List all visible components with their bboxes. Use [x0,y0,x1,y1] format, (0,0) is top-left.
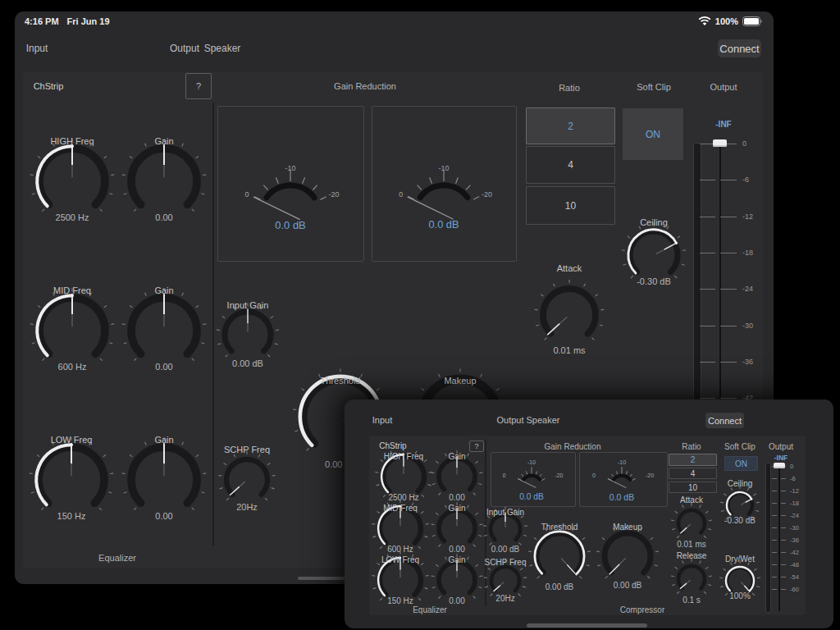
ratio-option-4[interactable]: 4 [669,468,717,479]
battery-percent: 100% [715,16,738,26]
ratio-option-10[interactable]: 10 [526,186,615,225]
gain-reduction-meter-2: 0 -10 -20 0.0 dB [372,106,517,262]
vu-tick-20: -20 [555,472,563,478]
input-gain-knob[interactable]: Input Gain0.00 dB [214,301,281,368]
gain-reduction-meter-1: 0 -10 -20 0.0 dB [491,452,576,507]
high-gain-knob[interactable]: Gain0.00 [428,448,486,505]
output-title: Output [710,82,737,92]
low-gain-knob[interactable]: Gain0.00 [428,551,486,609]
mid-freq-knob[interactable]: MID Freq600 Hz [29,287,116,374]
vu-tick-10: -10 [439,164,450,172]
output-fader-handle[interactable] [774,463,785,468]
ratio-title: Ratio [682,442,701,451]
connect-button[interactable]: Connect [718,39,761,57]
nav-speaker[interactable]: Speaker [527,415,560,425]
front-window: Input Output Speaker Connect ChStrip ? H… [345,399,833,628]
schp-freq-knob-value: 20Hz [236,502,258,512]
dry-wet-knob-value: 100% [729,591,751,600]
vu-tick-0: 0 [503,472,506,478]
input-gain-knob[interactable]: Input Gain0.00 dB [480,504,531,555]
vu-value: 0.0 dB [275,219,306,231]
nav-speaker[interactable]: Speaker [204,43,241,54]
home-indicator[interactable] [527,623,647,628]
schp-freq-knob-label: SCHP Freq [485,558,527,567]
help-button[interactable]: ? [185,73,212,99]
high-freq-knob-label: HIGH Freq [384,452,423,461]
connect-button[interactable]: Connect [705,413,744,428]
equalizer-label: Equalizer [98,553,136,563]
ratio-option-4[interactable]: 4 [526,146,615,184]
ceiling-knob-value: -0.30 dB [637,276,671,286]
ceiling-knob[interactable]: Ceiling-0.30 dB [619,221,688,290]
output-fader-handle[interactable] [713,139,727,147]
low-freq-knob-value: 150 Hz [57,511,86,521]
nav-input[interactable]: Input [26,43,48,54]
wifi-icon [698,16,711,26]
output-level-bar [765,463,771,613]
mid-gain-knob[interactable]: Gain0.00 [428,500,486,557]
ratio-option-2[interactable]: 2 [669,454,717,466]
schp-freq-knob[interactable]: SCHP Freq20Hz [481,556,530,605]
mid-freq-knob-label: MID Freq [53,285,91,295]
vu-value: 0.0 dB [428,218,459,231]
high-freq-knob[interactable]: HIGH Freq2500 Hz [29,138,116,225]
equalizer-label: Equalizer [413,605,447,614]
release-knob[interactable]: Release0.1 s [668,555,715,603]
ceiling-knob-label: Ceiling [640,217,668,227]
status-bar: 4:16 PMFri Jun 19 [25,16,110,26]
low-freq-knob[interactable]: LOW Freq150 Hz [28,436,115,523]
gain-reduction-title: Gain Reduction [545,442,601,451]
ratio-title: Ratio [559,83,580,93]
vu-tick-0: 0 [399,190,403,199]
low-freq-knob[interactable]: LOW Freq150 Hz [369,549,431,611]
attack-knob-value: 0.01 ms [677,540,706,549]
high-gain-knob[interactable]: Gain0.00 [121,138,208,225]
soft-clip-on-button[interactable]: ON [724,456,758,471]
makeup-knob[interactable]: Makeup0.00 dB [594,523,661,590]
attack-knob[interactable]: Attack0.01 ms [668,500,715,547]
attack-knob-label: Attack [557,263,582,273]
vu-needle [608,479,627,488]
low-gain-knob-value: 0.00 [155,511,172,521]
mid-gain-knob[interactable]: Gain0.00 [121,287,208,374]
low-freq-knob-value: 150 Hz [387,596,413,605]
threshold-knob-label: Threshold [541,523,578,532]
status-indicators: 100% [698,16,763,26]
attack-knob-label: Attack [680,495,703,504]
high-gain-knob-label: Gain [448,452,465,461]
plugin-title: ChStrip [34,81,64,91]
nav-output[interactable]: Output [170,43,199,54]
low-freq-knob-label: LOW Freq [51,435,93,445]
schp-freq-knob[interactable]: SCHP Freq20Hz [216,449,278,511]
vu-needle [253,197,300,220]
ratio-option-2[interactable]: 2 [526,107,615,144]
vu-needle [518,479,536,488]
threshold-knob[interactable]: Threshold0.00 dB [526,523,593,590]
mid-freq-knob-value: 600 Hz [58,362,87,372]
makeup-knob-label: Makeup [444,376,476,386]
compressor-label: Compressor [620,605,664,614]
output-overload-label: -INF [774,454,788,462]
soft-clip-on-button[interactable]: ON [623,108,683,160]
low-gain-knob-label: Gain [448,555,465,564]
makeup-knob-label: Makeup [613,523,642,532]
nav-input[interactable]: Input [372,415,392,425]
vu-tick-0: 0 [592,472,596,478]
soft-clip-title: Soft Clip [637,82,671,92]
attack-knob[interactable]: Attack0.01 ms [532,278,606,352]
ceiling-knob-label: Ceiling [728,479,753,488]
high-freq-knob-label: HIGH Freq [50,136,94,146]
gain-reduction-meter-1: 0 -10 -20 0.0 dB [217,106,364,262]
low-gain-knob[interactable]: Gain0.00 [121,436,208,523]
vu-value: 0.0 dB [609,492,634,502]
mid-gain-knob-label: Gain [154,285,173,295]
nav-output[interactable]: Output [496,415,523,425]
mid-gain-knob-label: Gain [448,504,465,513]
soft-clip-title: Soft Clip [724,442,756,451]
makeup-knob-value: 0.00 dB [614,581,641,590]
output-overload-label: -INF [715,120,731,129]
dry-wet-knob[interactable]: Dry/Wet100% [716,557,764,605]
ratio-option-10[interactable]: 10 [669,482,717,493]
ceiling-knob[interactable]: Ceiling-0.30 dB [717,482,763,528]
ceiling-knob-value: -0.30 dB [724,516,756,525]
